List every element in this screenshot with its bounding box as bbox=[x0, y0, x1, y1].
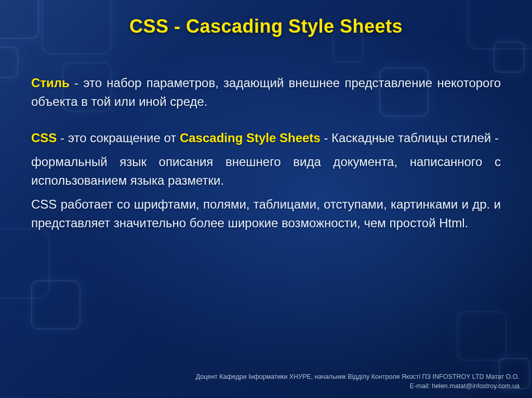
paragraph-style-definition: Стиль - это набор параметров, задающий в… bbox=[31, 74, 501, 111]
text-style-definition: - это набор параметров, задающий внешнее… bbox=[31, 76, 501, 108]
keyword-css: CSS bbox=[31, 131, 57, 145]
slide-title: CSS - Cascading Style Sheets bbox=[31, 16, 501, 37]
slide-footer: Доцент Кафедри Інформатики ХНУРЕ, началь… bbox=[196, 372, 520, 391]
text-css-mid: - это сокращение от bbox=[57, 131, 180, 145]
paragraph-css-acronym: CSS - это сокращение от Cascading Style … bbox=[31, 129, 501, 147]
footer-email-line: E-mail: helen.matat@infostroy.com.ua bbox=[196, 381, 520, 391]
keyword-cascading-style-sheets: Cascading Style Sheets bbox=[180, 131, 321, 145]
slide: CSS - Cascading Style Sheets Стиль - это… bbox=[0, 0, 532, 398]
slide-body: Стиль - это набор параметров, задающий в… bbox=[31, 74, 501, 232]
paragraph-css-features: CSS работает со шрифтами, полями, таблиц… bbox=[31, 195, 501, 232]
footer-author-line: Доцент Кафедри Інформатики ХНУРЕ, началь… bbox=[196, 372, 520, 381]
paragraph-formal-language: формальный язык описания внешнего вида д… bbox=[31, 153, 501, 190]
text-css-rest: - Каскадные таблицы стилей - bbox=[321, 131, 499, 145]
keyword-style: Стиль bbox=[31, 76, 70, 90]
